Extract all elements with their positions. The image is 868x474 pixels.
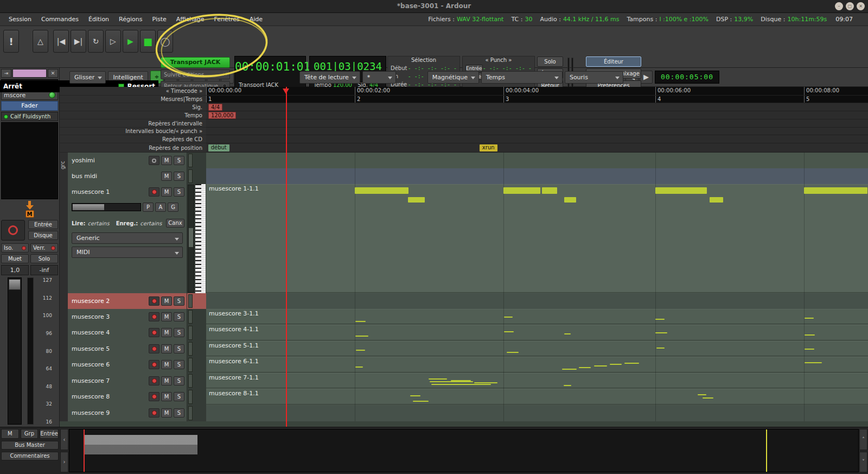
mute-button[interactable]: M	[161, 392, 172, 401]
solo-button[interactable]: S	[174, 187, 184, 197]
ruler-sig[interactable]: 4/4	[206, 103, 868, 111]
midi-note[interactable]	[408, 197, 425, 203]
track-header-musescore-7[interactable]: musescore 7MS	[68, 373, 187, 389]
solo-button[interactable]: Solo	[30, 254, 58, 263]
group-button[interactable]: Grp	[21, 429, 39, 439]
ruler-tempo[interactable]: 120,000	[206, 111, 868, 119]
midi-note[interactable]	[703, 397, 713, 399]
menu-affichage[interactable]: Affichage	[172, 14, 209, 24]
fader-p-button[interactable]: P	[143, 203, 154, 212]
solo-button[interactable]: S	[174, 360, 184, 369]
summary-view-rect[interactable]	[84, 435, 197, 454]
nudge-clock[interactable]: 00:00:05:00	[655, 71, 719, 84]
midi-note[interactable]	[579, 367, 591, 368]
midi-note[interactable]	[805, 362, 822, 363]
summary-scroll-up-button[interactable]: ˄	[859, 429, 867, 450]
track-side-strip[interactable]	[187, 309, 206, 325]
edit-mode-combo[interactable]: Glisser	[69, 71, 106, 84]
midi-note[interactable]	[451, 380, 471, 381]
track-side-strip[interactable]	[187, 405, 206, 421]
track-name[interactable]: bus midi	[72, 173, 159, 180]
track-name[interactable]: yoshimi	[72, 157, 147, 164]
track-name[interactable]: musescore 2	[72, 298, 147, 305]
track-name[interactable]: musescore 5	[72, 345, 147, 352]
edit-point-combo[interactable]: Souris	[565, 71, 623, 84]
transport-mode-combo[interactable]: Transport JACK	[161, 57, 230, 68]
master-bus-button[interactable]: Bus Master	[1, 441, 59, 450]
track-side-strip[interactable]	[187, 325, 206, 341]
cancel-automation-button[interactable]: Canx	[166, 219, 184, 227]
loop-button[interactable]: ↻	[88, 30, 104, 53]
midi-note[interactable]	[504, 317, 513, 318]
mute-button[interactable]: M	[161, 344, 172, 353]
region-musescore-6-1-1[interactable]: musescore 6-1.1	[206, 357, 868, 372]
region-musescore-1-1-1[interactable]: musescore 1-1.1	[206, 184, 868, 293]
track-header-musescore-8[interactable]: musescore 8MS	[68, 389, 187, 405]
midi-note[interactable]	[656, 347, 665, 349]
midi-note[interactable]	[355, 336, 368, 337]
primary-clock-digits[interactable]: 00:00:01:01	[235, 60, 305, 73]
midi-note[interactable]	[804, 187, 867, 194]
track-timeline-musescore-5[interactable]: musescore 5-1.1	[206, 341, 868, 357]
midi-note[interactable]	[805, 334, 815, 336]
stop-button[interactable]: ■	[140, 30, 156, 53]
track-side-strip[interactable]	[187, 373, 206, 389]
menu-dition[interactable]: Édition	[84, 14, 113, 24]
mute-button[interactable]: M	[161, 376, 172, 385]
playhead-marker[interactable]	[283, 89, 289, 94]
region-musescore-4-1-1[interactable]: musescore 4-1.1	[206, 325, 868, 340]
midi-note[interactable]	[474, 382, 497, 383]
midi-note[interactable]	[507, 352, 519, 353]
editor-window-button[interactable]: Éditeur	[586, 56, 641, 67]
track-header-musescore-5[interactable]: musescore 5MS	[68, 341, 187, 357]
follow-edits-toggle[interactable]: Suivre éditions	[161, 69, 230, 79]
region-musescore-5-1-1[interactable]: musescore 5-1.1	[206, 341, 868, 356]
midi-note[interactable]	[805, 318, 814, 319]
strip-close-button[interactable]: ✕	[48, 69, 58, 78]
input-selector-button[interactable]: Entrée	[40, 429, 59, 439]
output-midi-badge[interactable]: M	[25, 210, 34, 218]
midi-scroll-strip[interactable]	[188, 185, 194, 293]
midi-note[interactable]	[562, 369, 577, 370]
midi-note[interactable]	[431, 384, 491, 385]
track-height-combo[interactable]: *	[362, 71, 396, 84]
mute-button[interactable]: M	[161, 360, 172, 369]
gain-fader-handle[interactable]	[9, 279, 21, 290]
plugin-active-led[interactable]	[4, 115, 8, 119]
track-timeline-yoshimi[interactable]	[206, 153, 868, 168]
track-side-strip[interactable]	[187, 357, 206, 373]
menu-piste[interactable]: Piste	[148, 14, 170, 24]
fader-tab-button[interactable]: Fader	[1, 101, 58, 111]
midi-note[interactable]	[655, 332, 667, 333]
mute-button[interactable]: M	[161, 312, 172, 321]
tempo-marker[interactable]: 120,000	[208, 112, 236, 119]
processor-box[interactable]	[1, 122, 58, 199]
track-timeline-musescore-7[interactable]: musescore 7-1.1	[206, 373, 868, 389]
strip-shrink-button[interactable]: ⇥	[1, 69, 11, 78]
record-arm-button[interactable]	[149, 156, 159, 165]
track-side-strip[interactable]	[187, 293, 206, 309]
mute-button[interactable]: M	[161, 187, 172, 197]
mute-button[interactable]: M	[161, 408, 172, 418]
track-color-swatch[interactable]	[12, 69, 47, 78]
ruler-intervalles-boucle-punch[interactable]	[206, 128, 868, 135]
solo-button[interactable]: S	[174, 328, 184, 337]
secondary-clock-digits[interactable]: 001|03|0234	[310, 60, 386, 72]
group-tab[interactable]: grc	[60, 153, 68, 178]
summary-scroll-right-button[interactable]: ›	[60, 452, 68, 473]
solo-lock-button[interactable]: Verr.	[30, 243, 58, 252]
track-timeline-musescore-4[interactable]: musescore 4-1.1	[206, 325, 868, 341]
midi-note[interactable]	[429, 378, 447, 380]
mute-button[interactable]: M	[161, 156, 172, 165]
menu-session[interactable]: Session	[4, 14, 36, 24]
track-name[interactable]: musescore 3	[72, 313, 147, 320]
record-arm-button[interactable]	[149, 312, 159, 321]
goto-end-button[interactable]: ▶|	[71, 30, 86, 53]
ruler-mesures-temps[interactable]: 12345	[206, 96, 868, 103]
midi-note[interactable]	[564, 385, 572, 386]
midi-note[interactable]	[504, 331, 514, 332]
close-button[interactable]: ✕	[857, 2, 865, 10]
solo-button[interactable]: S	[174, 344, 184, 353]
region-musescore-8-1-1[interactable]: musescore 8-1.1	[206, 389, 868, 405]
track-name[interactable]: musescore 6	[72, 361, 147, 368]
